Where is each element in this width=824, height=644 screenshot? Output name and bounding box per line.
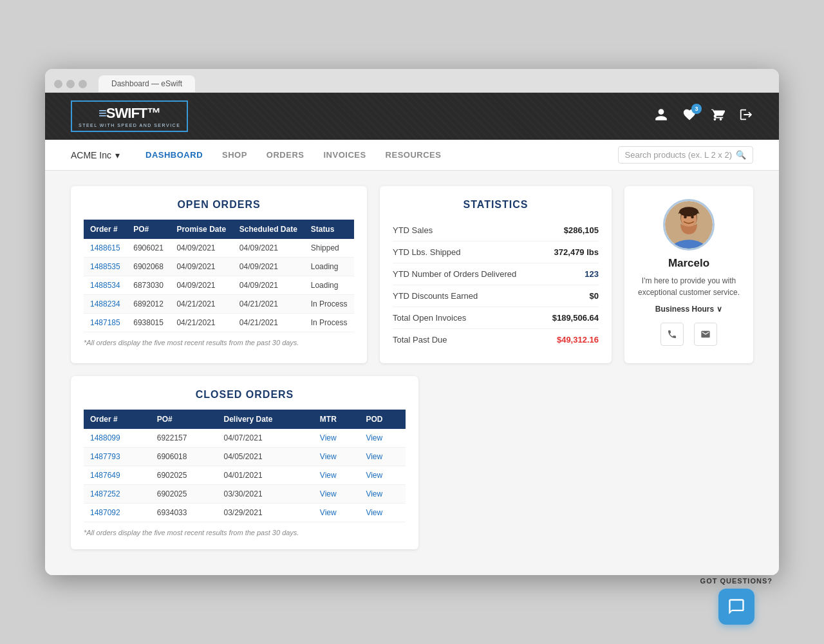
closed-orders-table: Order # PO# Delivery Date MTR POD 148809… xyxy=(84,410,406,522)
promise-cell: 04/09/2021 xyxy=(170,276,232,295)
promise-cell: 04/21/2021 xyxy=(170,314,232,332)
search-box[interactable]: Search products (ex. L 2 x 2) 🔍 xyxy=(618,146,753,164)
open-orders-title: OPEN ORDERS xyxy=(84,199,354,211)
order-link-cell[interactable]: 1487185 xyxy=(84,314,127,332)
stat-label: Total Open Invoices xyxy=(393,313,466,323)
browser-tab[interactable]: Dashboard — eSwift xyxy=(98,75,195,92)
rep-description: I'm here to provide you with exceptional… xyxy=(637,275,740,298)
table-row: 1488099 6922157 04/07/2021 View View xyxy=(84,429,406,448)
stat-value: $189,506.64 xyxy=(552,313,599,323)
wishlist-badge: 3 xyxy=(691,104,702,114)
stat-row: YTD Discounts Earned $0 xyxy=(393,285,599,307)
stat-label: Total Past Due xyxy=(393,335,447,345)
company-name: ACME Inc xyxy=(71,150,111,160)
order-link-cell[interactable]: 1488615 xyxy=(84,239,127,258)
sub-nav: ACME Inc ▾ DASHBOARD SHOP ORDERS INVOICE… xyxy=(45,140,779,171)
col-order-num: Order # xyxy=(84,220,127,239)
po-cell: 6922157 xyxy=(151,429,218,448)
closed-orders-title: CLOSED ORDERS xyxy=(84,389,406,401)
stats-container: YTD Sales $286,105 YTD Lbs. Shipped 372,… xyxy=(393,220,599,350)
order-link-cell[interactable]: 1488535 xyxy=(84,258,127,276)
stat-value: $49,312.16 xyxy=(557,335,599,345)
delivery-cell: 03/29/2021 xyxy=(218,504,314,522)
table-row: 1487793 6906018 04/05/2021 View View xyxy=(84,448,406,466)
pod-view-cell[interactable]: View xyxy=(359,485,406,504)
main-content: OPEN ORDERS Order # PO# Promise Date Sch… xyxy=(45,171,779,575)
scheduled-cell: 04/09/2021 xyxy=(233,276,304,295)
status-cell: Shipped xyxy=(304,239,354,258)
logo-tagline: STEEL WITH SPEED AND SERVICE xyxy=(79,123,180,128)
phone-button[interactable] xyxy=(660,323,684,346)
company-selector[interactable]: ACME Inc ▾ xyxy=(71,150,120,160)
stat-row: Total Open Invoices $189,506.64 xyxy=(393,307,599,329)
order-link-cell[interactable]: 1488234 xyxy=(84,295,127,314)
pod-view-cell[interactable]: View xyxy=(359,466,406,485)
mtr-view-cell[interactable]: View xyxy=(314,466,360,485)
stat-value: 372,479 lbs xyxy=(554,247,599,257)
status-cell: Loading xyxy=(304,258,354,276)
logo-equals: ≡ xyxy=(98,105,106,121)
col-scheduled: Scheduled Date xyxy=(233,220,304,239)
pod-view-cell[interactable]: View xyxy=(359,429,406,448)
email-button[interactable] xyxy=(694,323,717,346)
closed-orders-note: *All orders display the five most recent… xyxy=(84,529,406,536)
stat-value: $0 xyxy=(590,291,599,301)
mtr-view-cell[interactable]: View xyxy=(314,429,360,448)
stat-label: YTD Lbs. Shipped xyxy=(393,247,461,257)
status-cell: In Process xyxy=(304,295,354,314)
logo[interactable]: ≡SWIFT™ STEEL WITH SPEED AND SERVICE xyxy=(71,100,188,132)
nav-shop[interactable]: SHOP xyxy=(222,150,247,160)
top-grid: OPEN ORDERS Order # PO# Promise Date Sch… xyxy=(71,186,753,363)
statistics-card: STATISTICS YTD Sales $286,105 YTD Lbs. S… xyxy=(380,186,612,363)
search-icon[interactable]: 🔍 xyxy=(736,150,746,160)
cart-icon[interactable] xyxy=(711,108,725,126)
bottom-right-spacer xyxy=(431,376,753,549)
business-hours-button[interactable]: Business Hours ∨ xyxy=(655,305,722,314)
order-link-cell[interactable]: 1488099 xyxy=(84,429,151,448)
order-link-cell[interactable]: 1487092 xyxy=(84,504,151,522)
order-link-cell[interactable]: 1488534 xyxy=(84,276,127,295)
delivery-cell: 03/30/2021 xyxy=(218,485,314,504)
stat-value: $286,105 xyxy=(564,225,599,235)
nav-links: DASHBOARD SHOP ORDERS INVOICES RESOURCES xyxy=(145,150,618,160)
mtr-view-cell[interactable]: View xyxy=(314,504,360,522)
order-link-cell[interactable]: 1487649 xyxy=(84,466,151,485)
nav-resources[interactable]: RESOURCES xyxy=(386,150,442,160)
stat-label: YTD Discounts Earned xyxy=(393,291,478,301)
chat-button[interactable] xyxy=(718,589,754,625)
scheduled-cell: 04/09/2021 xyxy=(233,239,304,258)
table-row: 1487092 6934033 03/29/2021 View View xyxy=(84,504,406,522)
delivery-cell: 04/01/2021 xyxy=(218,466,314,485)
stat-row: YTD Number of Orders Delivered 123 xyxy=(393,263,599,285)
browser-chrome: Dashboard — eSwift xyxy=(45,69,779,93)
nav-dashboard[interactable]: DASHBOARD xyxy=(145,150,203,160)
order-link-cell[interactable]: 1487793 xyxy=(84,448,151,466)
po-cell: 6906021 xyxy=(127,239,170,258)
po-cell: 6902068 xyxy=(127,258,170,276)
table-row: 1488234 6892012 04/21/2021 04/21/2021 In… xyxy=(84,295,354,314)
order-link-cell[interactable]: 1487252 xyxy=(84,485,151,504)
wishlist-icon[interactable]: 3 xyxy=(682,108,697,126)
rep-name: Marcelo xyxy=(668,257,709,270)
delivery-cell: 04/07/2021 xyxy=(218,429,314,448)
logout-icon[interactable] xyxy=(739,108,753,126)
col-po: PO# xyxy=(127,220,170,239)
col-co-pod: POD xyxy=(359,410,406,429)
pod-view-cell[interactable]: View xyxy=(359,504,406,522)
promise-cell: 04/09/2021 xyxy=(170,258,232,276)
rep-contacts xyxy=(660,323,717,346)
stat-row: YTD Sales $286,105 xyxy=(393,220,599,242)
chevron-down-icon: ▾ xyxy=(115,150,120,160)
table-row: 1487252 6902025 03/30/2021 View View xyxy=(84,485,406,504)
po-cell: 6934033 xyxy=(151,504,218,522)
nav-orders[interactable]: ORDERS xyxy=(267,150,304,160)
mtr-view-cell[interactable]: View xyxy=(314,448,360,466)
nav-invoices[interactable]: INVOICES xyxy=(323,150,366,160)
pod-view-cell[interactable]: View xyxy=(359,448,406,466)
table-row: 1487185 6938015 04/21/2021 04/21/2021 In… xyxy=(84,314,354,332)
stat-row: YTD Lbs. Shipped 372,479 lbs xyxy=(393,242,599,263)
mtr-view-cell[interactable]: View xyxy=(314,485,360,504)
user-icon[interactable] xyxy=(654,108,668,126)
stat-value: 123 xyxy=(585,269,599,279)
statistics-title: STATISTICS xyxy=(393,199,599,211)
